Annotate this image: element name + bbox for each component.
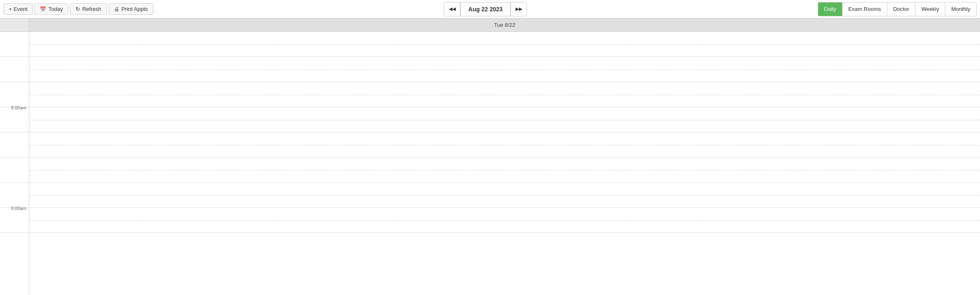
time-gutter-header: [0, 18, 29, 31]
add-event-button[interactable]: + Event: [3, 3, 33, 15]
calendar-container: Tue 8/22 8:00am: [0, 18, 980, 295]
hour-block-930[interactable]: [29, 183, 980, 208]
today-button[interactable]: 📅 Today: [34, 3, 68, 15]
refresh-icon: ↻: [75, 6, 80, 12]
view-btn-group: Daily Exam Rooms Doctor Weekly Monthly: [818, 2, 977, 16]
prev-icon: ◀◀: [449, 6, 456, 12]
half-line: [29, 95, 980, 95]
day-column[interactable]: [29, 32, 980, 295]
view-doctor-button[interactable]: Doctor: [887, 3, 915, 16]
calendar-icon: 📅: [40, 6, 46, 12]
date-navigation: ◀◀ Aug 22 2023 ▶▶: [444, 2, 527, 16]
hour-block-830[interactable]: [29, 132, 980, 158]
view-switcher: Daily Exam Rooms Doctor Weekly Monthly: [818, 2, 977, 16]
time-gutter: 8:00am 9:00am: [0, 32, 29, 295]
half-line: [29, 44, 980, 45]
toolbar: + Event 📅 Today ↻ Refresh 🖨 Print Appts …: [0, 0, 980, 18]
hour-block-8[interactable]: [29, 107, 980, 132]
hour-block-7[interactable]: [29, 82, 980, 107]
half-line: [29, 170, 980, 171]
half-line: [29, 195, 980, 196]
hour-block-9[interactable]: [29, 158, 980, 183]
half-line: [29, 120, 980, 120]
current-date-label: Aug 22 2023: [460, 3, 511, 16]
next-icon: ▶▶: [516, 6, 522, 12]
hour-block-630[interactable]: [29, 57, 980, 82]
print-icon: 🖨: [114, 6, 119, 12]
time-slot-9am: 9:00am: [0, 208, 29, 233]
time-slot-empty-4: [0, 158, 29, 183]
nav-group: ◀◀ Aug 22 2023 ▶▶: [444, 2, 527, 16]
calendar-body[interactable]: 8:00am 9:00am: [0, 32, 980, 295]
half-line: [29, 145, 980, 145]
time-slot-830: [0, 132, 29, 158]
half-line: [29, 70, 980, 70]
view-monthly-button[interactable]: Monthly: [945, 3, 976, 16]
view-daily-button[interactable]: Daily: [818, 3, 842, 16]
prev-button[interactable]: ◀◀: [444, 3, 460, 16]
next-button[interactable]: ▶▶: [511, 3, 526, 16]
time-slot-empty-2: [0, 57, 29, 82]
toolbar-left: + Event 📅 Today ↻ Refresh 🖨 Print Appts: [3, 3, 153, 15]
refresh-button[interactable]: ↻ Refresh: [70, 3, 107, 15]
calendar-header: Tue 8/22: [0, 18, 980, 32]
time-slot-empty-3: [0, 82, 29, 107]
view-weekly-button[interactable]: Weekly: [915, 3, 945, 16]
time-slot-empty-1: [0, 32, 29, 57]
half-line: [29, 220, 980, 221]
view-exam-rooms-button[interactable]: Exam Rooms: [842, 3, 887, 16]
time-slot-8am: 8:00am: [0, 107, 29, 132]
print-button[interactable]: 🖨 Print Appts: [109, 3, 153, 15]
day-header: Tue 8/22: [29, 18, 980, 31]
hour-block-6[interactable]: [29, 32, 980, 57]
hour-block-10[interactable]: [29, 208, 980, 233]
time-slot-empty-5: [0, 183, 29, 208]
